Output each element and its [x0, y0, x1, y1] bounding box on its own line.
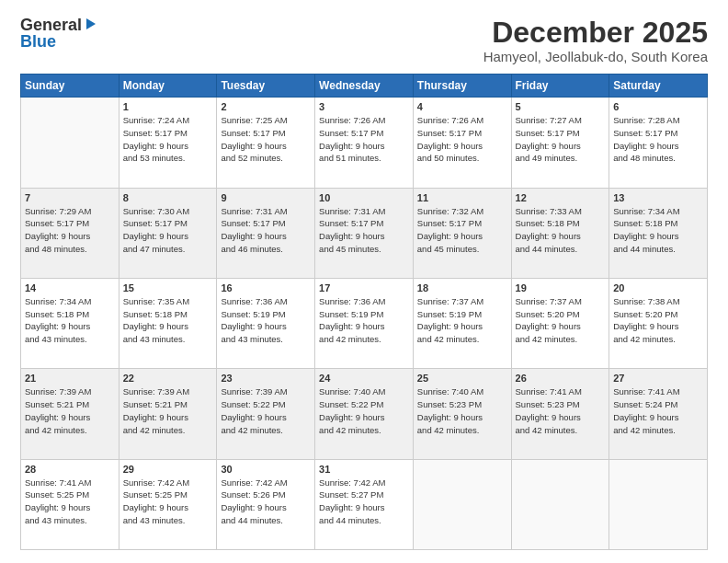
table-row: 7Sunrise: 7:29 AMSunset: 5:17 PMDaylight… [21, 188, 119, 278]
day-number: 20 [613, 282, 703, 293]
table-row: 31Sunrise: 7:42 AMSunset: 5:27 PMDayligh… [315, 459, 414, 549]
logo-general: General [20, 17, 82, 33]
day-info: Sunrise: 7:36 AMSunset: 5:19 PMDaylight:… [221, 295, 311, 346]
day-info: Sunrise: 7:31 AMSunset: 5:17 PMDaylight:… [319, 205, 409, 256]
day-info: Sunrise: 7:40 AMSunset: 5:23 PMDaylight:… [417, 385, 507, 436]
table-row: 25Sunrise: 7:40 AMSunset: 5:23 PMDayligh… [413, 369, 511, 459]
day-number: 5 [516, 101, 606, 112]
header-thursday: Thursday [413, 75, 511, 98]
table-row [511, 459, 609, 549]
day-info: Sunrise: 7:41 AMSunset: 5:25 PMDaylight:… [25, 477, 115, 527]
table-row: 8Sunrise: 7:30 AMSunset: 5:17 PMDaylight… [119, 188, 217, 278]
day-number: 30 [221, 464, 311, 475]
day-info: Sunrise: 7:41 AMSunset: 5:24 PMDaylight:… [613, 385, 703, 436]
day-number: 17 [319, 282, 409, 293]
header: General Blue December 2025 Hamyeol, Jeol… [20, 17, 708, 64]
table-row: 22Sunrise: 7:39 AMSunset: 5:21 PMDayligh… [119, 369, 217, 459]
day-number: 8 [123, 192, 213, 203]
day-info: Sunrise: 7:36 AMSunset: 5:19 PMDaylight:… [319, 295, 409, 346]
table-row: 24Sunrise: 7:40 AMSunset: 5:22 PMDayligh… [315, 369, 414, 459]
table-row: 17Sunrise: 7:36 AMSunset: 5:19 PMDayligh… [315, 278, 414, 368]
table-row: 1Sunrise: 7:24 AMSunset: 5:17 PMDaylight… [119, 98, 217, 188]
day-number: 11 [417, 192, 507, 203]
day-number: 25 [417, 373, 507, 384]
logo-arrow-icon [83, 17, 97, 31]
day-info: Sunrise: 7:26 AMSunset: 5:17 PMDaylight:… [417, 114, 507, 165]
day-number: 4 [417, 101, 507, 112]
logo-blue: Blue [20, 33, 56, 50]
header-wednesday: Wednesday [315, 75, 414, 98]
header-saturday: Saturday [609, 75, 708, 98]
day-info: Sunrise: 7:34 AMSunset: 5:18 PMDaylight:… [25, 295, 115, 346]
day-info: Sunrise: 7:42 AMSunset: 5:25 PMDaylight:… [123, 477, 213, 527]
day-info: Sunrise: 7:37 AMSunset: 5:19 PMDaylight:… [417, 295, 507, 346]
day-number: 23 [221, 373, 311, 384]
day-info: Sunrise: 7:28 AMSunset: 5:17 PMDaylight:… [613, 114, 703, 165]
day-info: Sunrise: 7:35 AMSunset: 5:18 PMDaylight:… [123, 295, 213, 346]
day-info: Sunrise: 7:42 AMSunset: 5:27 PMDaylight:… [319, 477, 409, 527]
table-row: 15Sunrise: 7:35 AMSunset: 5:18 PMDayligh… [119, 278, 217, 368]
day-number: 7 [25, 192, 115, 203]
day-number: 26 [516, 373, 606, 384]
day-number: 28 [25, 464, 115, 475]
calendar-table: Sunday Monday Tuesday Wednesday Thursday… [20, 74, 708, 550]
day-info: Sunrise: 7:33 AMSunset: 5:18 PMDaylight:… [516, 205, 606, 256]
month-title: December 2025 [483, 17, 708, 49]
table-row: 3Sunrise: 7:26 AMSunset: 5:17 PMDaylight… [315, 98, 414, 188]
calendar-week-row: 14Sunrise: 7:34 AMSunset: 5:18 PMDayligh… [21, 278, 708, 368]
table-row: 30Sunrise: 7:42 AMSunset: 5:26 PMDayligh… [217, 459, 315, 549]
table-row: 16Sunrise: 7:36 AMSunset: 5:19 PMDayligh… [217, 278, 315, 368]
day-number: 12 [516, 192, 606, 203]
table-row [21, 98, 119, 188]
table-row: 19Sunrise: 7:37 AMSunset: 5:20 PMDayligh… [511, 278, 609, 368]
table-row: 10Sunrise: 7:31 AMSunset: 5:17 PMDayligh… [315, 188, 414, 278]
calendar-week-row: 1Sunrise: 7:24 AMSunset: 5:17 PMDaylight… [21, 98, 708, 188]
day-info: Sunrise: 7:25 AMSunset: 5:17 PMDaylight:… [221, 114, 311, 165]
table-row: 12Sunrise: 7:33 AMSunset: 5:18 PMDayligh… [511, 188, 609, 278]
header-tuesday: Tuesday [217, 75, 315, 98]
day-number: 9 [221, 192, 311, 203]
day-number: 1 [123, 101, 213, 112]
day-number: 6 [613, 101, 703, 112]
table-row: 13Sunrise: 7:34 AMSunset: 5:18 PMDayligh… [609, 188, 708, 278]
header-sunday: Sunday [21, 75, 119, 98]
title-block: December 2025 Hamyeol, Jeollabuk-do, Sou… [483, 17, 708, 64]
location-subtitle: Hamyeol, Jeollabuk-do, South Korea [483, 49, 708, 64]
header-friday: Friday [511, 75, 609, 98]
day-info: Sunrise: 7:42 AMSunset: 5:26 PMDaylight:… [221, 477, 311, 527]
day-info: Sunrise: 7:29 AMSunset: 5:17 PMDaylight:… [25, 205, 115, 256]
table-row: 5Sunrise: 7:27 AMSunset: 5:17 PMDaylight… [511, 98, 609, 188]
day-number: 13 [613, 192, 703, 203]
day-number: 31 [319, 464, 409, 475]
day-info: Sunrise: 7:40 AMSunset: 5:22 PMDaylight:… [319, 385, 409, 436]
day-number: 29 [123, 464, 213, 475]
day-info: Sunrise: 7:38 AMSunset: 5:20 PMDaylight:… [613, 295, 703, 346]
day-info: Sunrise: 7:27 AMSunset: 5:17 PMDaylight:… [516, 114, 606, 165]
table-row: 9Sunrise: 7:31 AMSunset: 5:17 PMDaylight… [217, 188, 315, 278]
weekday-header-row: Sunday Monday Tuesday Wednesday Thursday… [21, 75, 708, 98]
day-info: Sunrise: 7:37 AMSunset: 5:20 PMDaylight:… [516, 295, 606, 346]
day-number: 16 [221, 282, 311, 293]
day-number: 24 [319, 373, 409, 384]
day-info: Sunrise: 7:39 AMSunset: 5:21 PMDaylight:… [25, 385, 115, 436]
day-info: Sunrise: 7:30 AMSunset: 5:17 PMDaylight:… [123, 205, 213, 256]
day-info: Sunrise: 7:26 AMSunset: 5:17 PMDaylight:… [319, 114, 409, 165]
day-number: 2 [221, 101, 311, 112]
day-number: 3 [319, 101, 409, 112]
table-row: 2Sunrise: 7:25 AMSunset: 5:17 PMDaylight… [217, 98, 315, 188]
day-info: Sunrise: 7:39 AMSunset: 5:21 PMDaylight:… [123, 385, 213, 436]
table-row: 26Sunrise: 7:41 AMSunset: 5:23 PMDayligh… [511, 369, 609, 459]
day-info: Sunrise: 7:32 AMSunset: 5:17 PMDaylight:… [417, 205, 507, 256]
table-row: 27Sunrise: 7:41 AMSunset: 5:24 PMDayligh… [609, 369, 708, 459]
day-number: 14 [25, 282, 115, 293]
calendar-week-row: 21Sunrise: 7:39 AMSunset: 5:21 PMDayligh… [21, 369, 708, 459]
day-number: 18 [417, 282, 507, 293]
logo: General Blue [20, 17, 97, 50]
day-info: Sunrise: 7:39 AMSunset: 5:22 PMDaylight:… [221, 385, 311, 436]
table-row: 6Sunrise: 7:28 AMSunset: 5:17 PMDaylight… [609, 98, 708, 188]
day-number: 22 [123, 373, 213, 384]
day-number: 27 [613, 373, 703, 384]
table-row: 4Sunrise: 7:26 AMSunset: 5:17 PMDaylight… [413, 98, 511, 188]
day-info: Sunrise: 7:34 AMSunset: 5:18 PMDaylight:… [613, 205, 703, 256]
page: General Blue December 2025 Hamyeol, Jeol… [0, 0, 728, 563]
